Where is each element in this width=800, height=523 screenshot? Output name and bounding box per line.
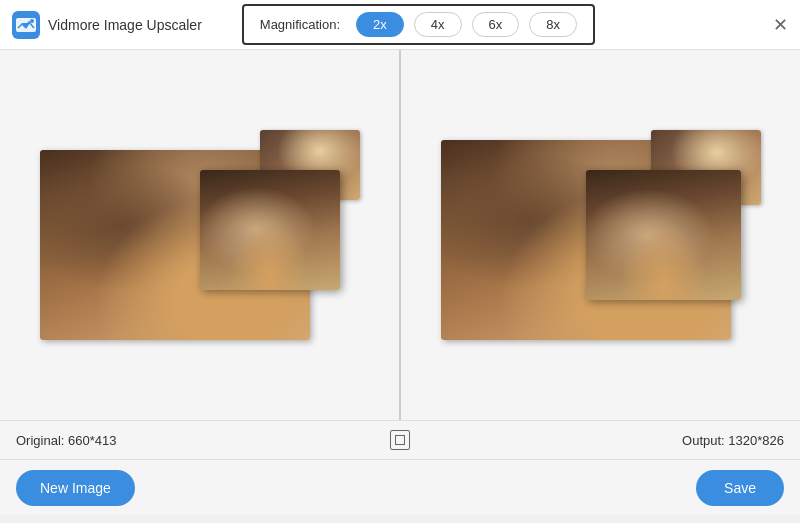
- status-bar: Original: 660*413 Output: 1320*826: [0, 420, 800, 460]
- new-image-button[interactable]: New Image: [16, 470, 135, 506]
- original-image-panel: [0, 50, 401, 420]
- main-content: [0, 50, 800, 420]
- close-button[interactable]: ✕: [773, 16, 788, 34]
- output-image: [441, 130, 761, 340]
- title-bar: Vidmore Image Upscaler Magnification: 2x…: [0, 0, 800, 50]
- bottom-bar: New Image Save: [0, 460, 800, 515]
- mag-btn-4x[interactable]: 4x: [414, 12, 462, 37]
- mag-btn-8x[interactable]: 8x: [529, 12, 577, 37]
- compare-icon[interactable]: [390, 430, 410, 450]
- app-logo-icon: [12, 11, 40, 39]
- mag-btn-6x[interactable]: 6x: [472, 12, 520, 37]
- output-image-panel: [401, 50, 800, 420]
- original-image: [40, 130, 360, 340]
- mag-btn-2x[interactable]: 2x: [356, 12, 404, 37]
- save-button[interactable]: Save: [696, 470, 784, 506]
- compare-toggle[interactable]: [390, 430, 410, 450]
- app-title: Vidmore Image Upscaler: [48, 17, 202, 33]
- magnification-label: Magnification:: [260, 17, 340, 32]
- original-dimensions: Original: 660*413: [16, 433, 390, 448]
- magnification-control: Magnification: 2x 4x 6x 8x: [242, 4, 595, 45]
- compare-icon-inner: [395, 435, 405, 445]
- output-dimensions: Output: 1320*826: [410, 433, 784, 448]
- output-photo-overlay: [586, 170, 741, 300]
- original-photo-overlay: [200, 170, 340, 290]
- svg-point-3: [30, 19, 34, 23]
